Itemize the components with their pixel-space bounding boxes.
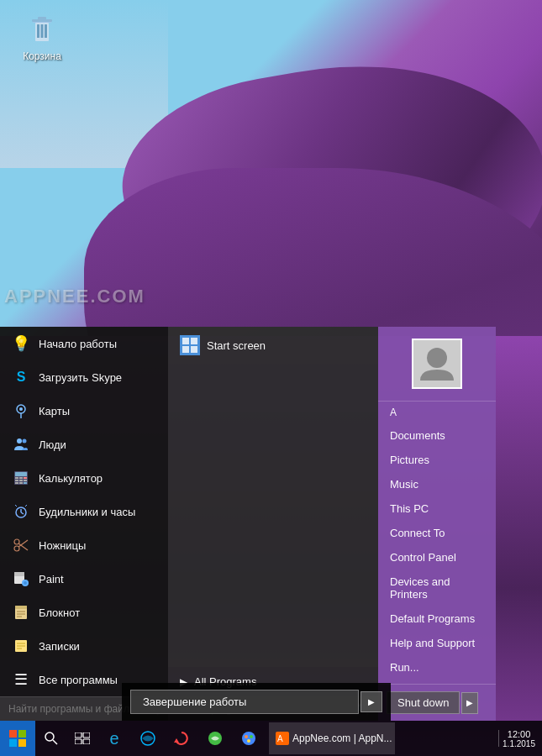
svg-point-8 (19, 407, 23, 411)
start-menu-item-skype[interactable]: S Загрузить Skype (0, 360, 168, 394)
taskbar-edge-icon[interactable] (133, 723, 163, 753)
svg-rect-2 (37, 24, 39, 38)
right-item-this-pc[interactable]: This PC (378, 496, 496, 521)
svg-point-46 (45, 732, 54, 741)
right-item-default-programs[interactable]: Default Programs (378, 606, 496, 631)
help-support-label: Help and Support (390, 637, 475, 649)
taskbar-ie-icon[interactable]: e (99, 723, 129, 753)
completion-shutdown-button[interactable]: Завершение работы (130, 690, 359, 714)
svg-line-31 (18, 543, 28, 550)
alarms-icon (12, 502, 30, 521)
start-menu-item-people[interactable]: Люди (0, 428, 168, 461)
svg-point-45 (427, 348, 447, 368)
shutdown-label: Shut down (397, 696, 449, 709)
taskbar-multicolor-icon[interactable] (234, 723, 264, 753)
taskbar: e A AppNee.com | (0, 721, 542, 756)
svg-rect-21 (19, 482, 23, 484)
taskbar-green-icon[interactable] (200, 723, 230, 753)
svg-point-10 (17, 438, 22, 444)
taskbar-search-button[interactable] (35, 722, 67, 754)
default-programs-label: Default Programs (390, 612, 475, 625)
start-screen-label: Start screen (207, 339, 266, 352)
svg-rect-14 (15, 477, 18, 479)
taskbar-time-display: 12:00 (503, 729, 535, 739)
svg-rect-13 (15, 472, 27, 476)
start-menu-label-start: Начало работы (39, 338, 117, 350)
right-item-connect-to[interactable]: Connect To (378, 521, 496, 545)
watermark-text: APPNEE.COM (4, 286, 145, 307)
start-menu-label-alarms: Будильники и часы (39, 506, 135, 518)
start-menu-label-scissors: Ножницы (39, 539, 86, 552)
appnee-icon: A (276, 732, 289, 745)
notepad-icon (12, 603, 30, 622)
right-item-music[interactable]: Music (378, 472, 496, 496)
task-view-button[interactable] (67, 723, 97, 753)
edge-browser-icon (139, 730, 156, 747)
start-menu-label-people: Люди (39, 438, 66, 451)
start-menu-item-notes[interactable]: Записки (0, 629, 168, 663)
svg-rect-48 (75, 732, 82, 738)
start-menu-item-scissors[interactable]: Ножницы (0, 528, 168, 562)
start-menu-item-notepad[interactable]: Блокнот (0, 596, 168, 629)
music-label: Music (390, 478, 418, 491)
svg-rect-37 (15, 606, 27, 609)
right-item-devices-printers[interactable]: Devices and Printers (378, 570, 496, 606)
right-item-documents[interactable]: Documents (378, 423, 496, 448)
username-label[interactable]: A (378, 402, 496, 423)
start-screen-tile-icon (180, 335, 200, 355)
svg-point-56 (245, 735, 248, 738)
svg-rect-20 (15, 482, 18, 484)
taskbar-date-display: 1.1.2015 (503, 739, 535, 748)
start-menu-item-start[interactable]: 💡 Начало работы (0, 327, 168, 360)
svg-line-47 (53, 740, 57, 744)
start-menu: 💡 Начало работы S Загрузить Skype Карты … (0, 327, 496, 721)
svg-line-25 (21, 512, 24, 514)
svg-rect-19 (24, 480, 27, 481)
scissors-icon (12, 536, 30, 554)
svg-point-58 (247, 739, 250, 743)
start-menu-label-all-programs: Все программы (39, 674, 118, 686)
right-item-pictures[interactable]: Pictures (378, 448, 496, 472)
people-icon (12, 435, 30, 454)
skype-icon: S (12, 368, 30, 386)
start-menu-item-paint[interactable]: Paint (0, 562, 168, 596)
devices-printers-label: Devices and Printers (390, 575, 484, 601)
svg-marker-53 (174, 738, 179, 743)
svg-rect-3 (41, 24, 44, 38)
svg-line-26 (15, 505, 17, 507)
start-menu-label-notes: Записки (39, 640, 80, 653)
svg-text:A: A (277, 734, 283, 743)
right-item-control-panel[interactable]: Control Panel (378, 545, 496, 570)
start-right-panel: A Documents Pictures Music This PC Conne… (378, 327, 496, 721)
shutdown-button[interactable]: Shut down (387, 691, 460, 714)
user-section[interactable] (378, 327, 496, 402)
svg-rect-16 (24, 477, 27, 479)
completion-arrow-button[interactable]: ▶ (360, 691, 382, 712)
start-menu-item-calculator[interactable]: Калькулятор (0, 461, 168, 495)
paint-icon (12, 570, 30, 588)
start-screen-tile[interactable]: Start screen (168, 327, 378, 364)
start-menu-item-maps[interactable]: Карты (0, 394, 168, 428)
right-item-run[interactable]: Run... (378, 655, 496, 680)
taskbar-time[interactable]: 12:00 1.1.2015 (503, 729, 535, 748)
notes-icon (12, 637, 30, 655)
control-panel-label: Control Panel (390, 551, 456, 564)
start-center-content (168, 364, 378, 667)
svg-rect-4 (45, 24, 47, 38)
all-programs-icon: ☰ (12, 670, 30, 689)
notification-bar: Завершение работы ▶ (122, 683, 391, 721)
start-menu-item-alarms[interactable]: Будильники и часы (0, 495, 168, 528)
svg-rect-17 (15, 480, 18, 481)
start-center-panel: Start screen ▶ All Programs 🔍 (168, 327, 378, 721)
right-item-help-support[interactable]: Help and Support (378, 631, 496, 655)
start-icon: 💡 (12, 334, 30, 353)
taskbar-refresh-icon[interactable] (166, 723, 197, 753)
this-pc-label: This PC (390, 502, 429, 515)
maps-icon (12, 402, 30, 420)
taskbar-app-appnee[interactable]: A AppNee.com | AppN... (269, 722, 395, 754)
recycle-bin-icon[interactable]: Корзина (13, 13, 71, 62)
start-button[interactable] (0, 721, 35, 756)
svg-point-57 (250, 735, 253, 738)
shutdown-arrow-button[interactable]: ▶ (461, 692, 478, 714)
svg-rect-22 (24, 482, 27, 484)
